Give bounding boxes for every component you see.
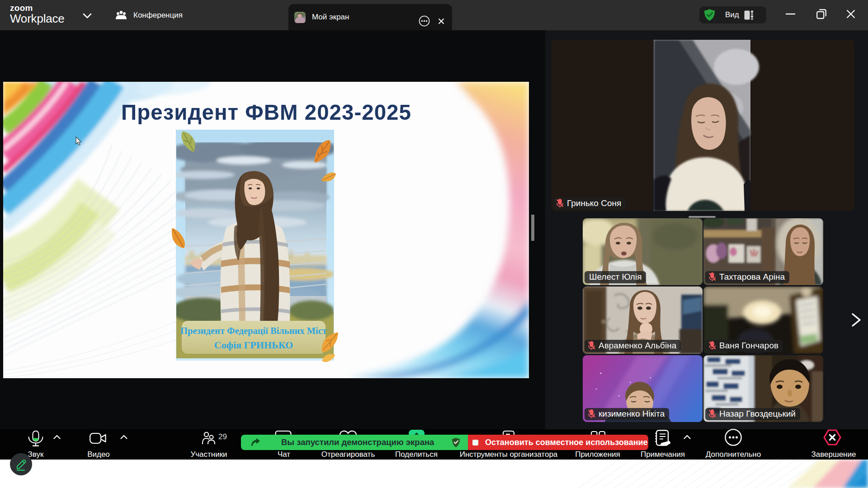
- svg-text:Софія ГРИНЬКО: Софія ГРИНЬКО: [214, 339, 293, 351]
- svg-text:Президент Федерації Вільних Мі: Президент Федерації Вільних Міст: [180, 326, 327, 336]
- svg-text:Президент ФВМ 2023-2025: Президент ФВМ 2023-2025: [121, 100, 411, 124]
